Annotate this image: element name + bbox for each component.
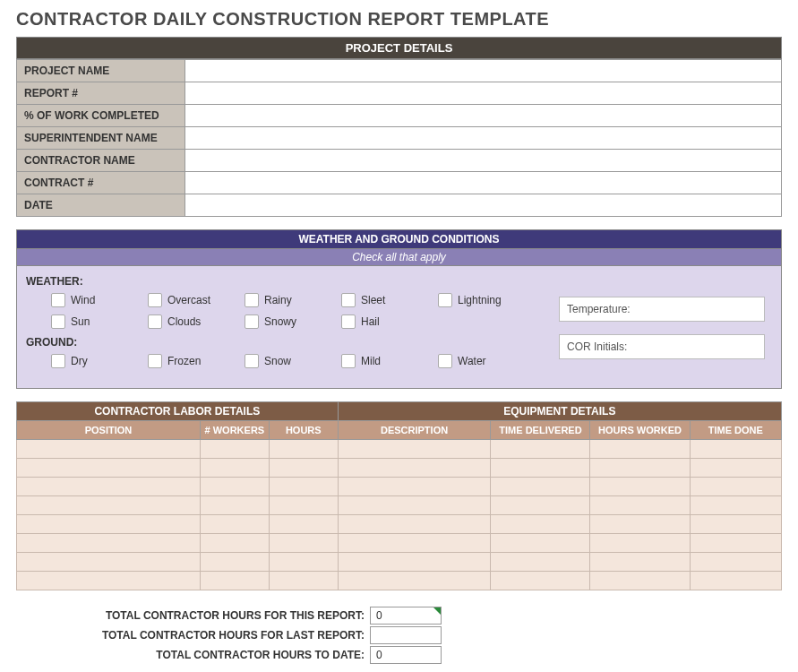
table-cell[interactable]	[491, 553, 590, 572]
ground-frozen-label: Frozen	[167, 355, 201, 367]
weather-overcast-checkbox[interactable]	[148, 293, 162, 307]
ground-dry-checkbox[interactable]	[51, 354, 65, 368]
total-value-2[interactable]: 0	[370, 646, 442, 664]
cell-marker-icon	[433, 607, 441, 615]
total-label-1: TOTAL CONTRACTOR HOURS FOR LAST REPORT:	[16, 629, 370, 642]
ground-mild-label: Mild	[361, 355, 381, 367]
weather-sleet-label: Sleet	[361, 294, 385, 306]
ground-frozen-checkbox[interactable]	[148, 354, 162, 368]
table-cell[interactable]	[590, 534, 690, 553]
table-cell[interactable]	[200, 572, 269, 590]
total-value-1[interactable]	[370, 626, 442, 644]
table-cell[interactable]	[200, 478, 269, 496]
table-cell[interactable]	[269, 478, 338, 496]
weather-hail-label: Hail	[361, 315, 380, 328]
weather-hail-checkbox[interactable]	[341, 314, 356, 329]
table-cell[interactable]	[690, 440, 782, 459]
table-cell[interactable]	[590, 459, 690, 478]
table-cell[interactable]	[590, 515, 690, 534]
table-cell[interactable]	[491, 515, 590, 534]
table-cell[interactable]	[690, 459, 782, 478]
table-cell[interactable]	[200, 553, 269, 572]
table-cell[interactable]	[269, 459, 338, 478]
cor-initials-field[interactable]: COR Initials:	[559, 334, 765, 359]
total-label-0: TOTAL CONTRACTOR HOURS FOR THIS REPORT:	[16, 609, 370, 622]
table-cell[interactable]	[17, 534, 201, 553]
col-description: DESCRIPTION	[338, 421, 491, 440]
table-cell[interactable]	[491, 478, 590, 496]
table-cell[interactable]	[200, 440, 269, 459]
table-cell[interactable]	[17, 515, 201, 534]
weather-lightning-checkbox[interactable]	[438, 293, 452, 307]
table-cell[interactable]	[17, 553, 201, 572]
table-cell[interactable]	[590, 478, 690, 496]
table-cell[interactable]	[17, 459, 201, 478]
pd-value-2[interactable]	[184, 105, 781, 127]
table-cell[interactable]	[17, 496, 201, 515]
table-cell[interactable]	[269, 572, 338, 590]
ground-water-checkbox[interactable]	[438, 354, 452, 368]
table-cell[interactable]	[590, 440, 690, 459]
table-cell[interactable]	[690, 553, 782, 572]
ground-snow-checkbox[interactable]	[245, 354, 259, 368]
table-cell[interactable]	[491, 496, 590, 515]
table-cell[interactable]	[269, 534, 338, 553]
table-cell[interactable]	[590, 572, 690, 590]
totals-section: TOTAL CONTRACTOR HOURS FOR THIS REPORT: …	[16, 607, 782, 664]
weather-snowy-checkbox[interactable]	[245, 314, 259, 329]
table-cell[interactable]	[491, 572, 590, 590]
table-cell[interactable]	[338, 496, 491, 515]
col-hours: HOURS	[269, 421, 338, 440]
page-title: CONTRACTOR DAILY CONSTRUCTION REPORT TEM…	[16, 9, 782, 30]
weather-rainy-label: Rainy	[264, 294, 292, 306]
table-cell[interactable]	[590, 553, 690, 572]
table-cell[interactable]	[17, 440, 201, 459]
table-cell[interactable]	[17, 572, 201, 590]
temperature-field[interactable]: Temperature:	[559, 297, 765, 322]
pd-label-2: % OF WORK COMPLETED	[17, 105, 185, 127]
weather-wind-checkbox[interactable]	[51, 293, 65, 307]
total-label-2: TOTAL CONTRACTOR HOURS TO DATE:	[16, 649, 370, 661]
weather-sleet-checkbox[interactable]	[341, 293, 356, 307]
weather-clouds-checkbox[interactable]	[148, 314, 162, 329]
table-cell[interactable]	[269, 496, 338, 515]
pd-value-5[interactable]	[184, 172, 781, 194]
table-cell[interactable]	[269, 553, 338, 572]
table-cell[interactable]	[338, 459, 491, 478]
pd-value-0[interactable]	[184, 60, 781, 82]
ground-mild-checkbox[interactable]	[341, 354, 356, 368]
table-cell[interactable]	[200, 515, 269, 534]
table-cell[interactable]	[338, 572, 491, 590]
table-cell[interactable]	[690, 496, 782, 515]
pd-value-1[interactable]	[184, 82, 781, 105]
pd-value-6[interactable]	[184, 194, 781, 217]
weather-rainy-checkbox[interactable]	[245, 293, 259, 307]
table-cell[interactable]	[200, 534, 269, 553]
weather-overcast-label: Overcast	[167, 294, 210, 306]
pd-value-3[interactable]	[184, 127, 781, 150]
total-value-0[interactable]: 0	[370, 607, 442, 625]
table-cell[interactable]	[491, 459, 590, 478]
project-details-table: PROJECT NAME REPORT # % OF WORK COMPLETE…	[16, 59, 782, 217]
weather-snowy-label: Snowy	[264, 315, 296, 328]
table-cell[interactable]	[690, 572, 782, 590]
table-cell[interactable]	[491, 440, 590, 459]
table-cell[interactable]	[17, 478, 201, 496]
table-cell[interactable]	[338, 440, 491, 459]
table-cell[interactable]	[338, 534, 491, 553]
table-cell[interactable]	[338, 553, 491, 572]
table-cell[interactable]	[590, 496, 690, 515]
table-cell[interactable]	[690, 478, 782, 496]
table-cell[interactable]	[269, 440, 338, 459]
table-cell[interactable]	[200, 459, 269, 478]
pd-value-4[interactable]	[184, 150, 781, 172]
weather-sun-checkbox[interactable]	[51, 314, 65, 329]
table-cell[interactable]	[491, 534, 590, 553]
table-cell[interactable]	[690, 515, 782, 534]
col--workers: # WORKERS	[200, 421, 269, 440]
table-cell[interactable]	[690, 534, 782, 553]
table-cell[interactable]	[269, 515, 338, 534]
table-cell[interactable]	[338, 515, 491, 534]
table-cell[interactable]	[200, 496, 269, 515]
table-cell[interactable]	[338, 478, 491, 496]
